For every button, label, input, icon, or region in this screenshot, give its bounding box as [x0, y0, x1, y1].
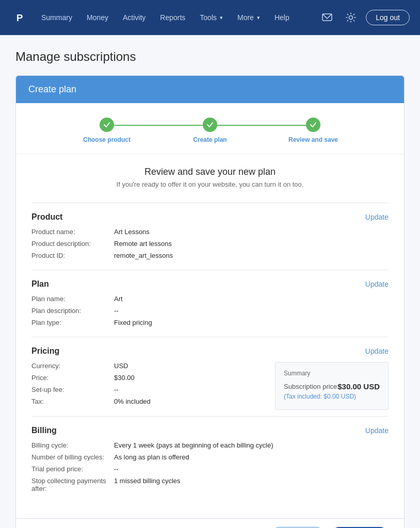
- stop-collecting-value: 1 missed billing cycles: [114, 477, 181, 492]
- page-wrapper: Manage subscriptions Create plan Choose …: [0, 35, 420, 528]
- nav-activity[interactable]: Activity: [117, 9, 152, 26]
- nav-tools[interactable]: Tools ▾: [193, 9, 229, 26]
- plan-name-row: Plan name: Art: [31, 295, 389, 303]
- step-review-save: Review and save: [262, 118, 365, 143]
- nav-help[interactable]: Help: [268, 9, 296, 26]
- pricing-fields: Currency: USD Price: $30.00 Set-up fee: …: [31, 362, 254, 410]
- checkmark-icon: [310, 121, 317, 128]
- pricing-section-header: Pricing Update: [31, 346, 389, 356]
- product-id-value: remote_art_lessons: [114, 252, 173, 259]
- stop-collecting-label: Stop collecting payments after:: [31, 477, 114, 492]
- logout-button[interactable]: Log out: [366, 10, 410, 25]
- tax-value: 0% included: [114, 398, 151, 405]
- stepper: Choose product Create plan: [16, 103, 404, 154]
- card-header: Create plan: [16, 76, 404, 103]
- product-desc-label: Product description:: [31, 240, 114, 248]
- plan-update-link[interactable]: Update: [365, 280, 389, 288]
- summary-tax-value: (Tax included: $0.00 USD): [284, 393, 356, 400]
- nav-summary[interactable]: Summary: [35, 9, 78, 26]
- tax-label: Tax:: [31, 398, 114, 405]
- num-billing-cycles-label: Number of billing cycles:: [31, 453, 114, 461]
- step-3-label: Review and save: [288, 136, 338, 143]
- settings-icon-button[interactable]: [342, 9, 360, 26]
- product-name-label: Product name:: [31, 228, 114, 236]
- footer-bar: Cancel Previous Save Plan: [16, 518, 404, 528]
- currency-value: USD: [114, 362, 128, 370]
- step-create-plan: Create plan: [158, 118, 262, 143]
- more-chevron-icon: ▾: [257, 14, 260, 21]
- price-label: Price:: [31, 374, 114, 382]
- svg-point-3: [349, 16, 353, 20]
- setup-fee-value: --: [114, 386, 119, 393]
- step-choose-product: Choose product: [55, 118, 158, 143]
- pricing-section-title: Pricing: [31, 346, 59, 356]
- subscription-price-value: $30.00 USD: [337, 382, 380, 391]
- plan-name-value: Art: [114, 295, 123, 303]
- product-id-label: Product ID:: [31, 252, 114, 259]
- checkmark-icon: [103, 121, 110, 128]
- pricing-summary: Summary Subscription price $30.00 USD (T…: [275, 362, 389, 410]
- price-value: $30.00: [114, 374, 135, 382]
- step-3-circle: [306, 118, 320, 132]
- plan-desc-value: --: [114, 307, 119, 315]
- pricing-update-link[interactable]: Update: [365, 347, 389, 355]
- stop-collecting-row: Stop collecting payments after: 1 missed…: [31, 477, 389, 492]
- billing-section: Billing Update Billing cycle: Every 1 we…: [31, 416, 389, 503]
- billing-cycle-row: Billing cycle: Every 1 week (pays at beg…: [31, 441, 389, 449]
- checkmark-icon: [206, 121, 214, 128]
- plan-section-header: Plan Update: [31, 279, 389, 289]
- billing-cycle-label: Billing cycle:: [31, 441, 114, 449]
- review-title: Review and save your new plan: [31, 154, 389, 180]
- nav-more[interactable]: More ▾: [231, 9, 266, 26]
- billing-section-title: Billing: [31, 426, 57, 435]
- paypal-logo: P: [10, 8, 29, 27]
- product-section-header: Product Update: [31, 212, 389, 222]
- step-1-circle: [100, 118, 114, 132]
- product-name-row: Product name: Art Lessons: [31, 228, 389, 236]
- billing-section-header: Billing Update: [31, 426, 389, 435]
- billing-cycle-value: Every 1 week (pays at beginning of each …: [114, 441, 273, 449]
- settings-icon: [345, 12, 357, 23]
- product-section-title: Product: [31, 212, 62, 222]
- message-icon-button[interactable]: [318, 9, 336, 26]
- plan-type-value: Fixed pricing: [114, 319, 152, 326]
- tools-chevron-icon: ▾: [220, 14, 223, 21]
- plan-desc-label: Plan description:: [31, 307, 114, 315]
- plan-desc-row: Plan description: --: [31, 307, 389, 315]
- pricing-grid: Currency: USD Price: $30.00 Set-up fee: …: [31, 362, 389, 410]
- product-desc-row: Product description: Remote art lessons: [31, 240, 389, 248]
- plan-type-label: Plan type:: [31, 319, 114, 326]
- nav-reports[interactable]: Reports: [154, 9, 191, 26]
- currency-row: Currency: USD: [31, 362, 254, 370]
- plan-section: Plan Update Plan name: Art Plan descript…: [31, 270, 389, 337]
- trial-period-row: Trial period price: --: [31, 465, 389, 473]
- plan-name-label: Plan name:: [31, 295, 114, 303]
- nav-actions: Log out: [318, 9, 410, 26]
- trial-period-label: Trial period price:: [31, 465, 114, 473]
- step-2-circle: [203, 118, 217, 132]
- pricing-section: Pricing Update Currency: USD Price: $30.…: [31, 337, 389, 416]
- setup-fee-label: Set-up fee:: [31, 386, 114, 393]
- tax-row: Tax: 0% included: [31, 398, 254, 405]
- billing-update-link[interactable]: Update: [365, 426, 389, 435]
- product-name-value: Art Lessons: [114, 228, 150, 236]
- num-billing-cycles-row: Number of billing cycles: As long as pla…: [31, 453, 389, 461]
- product-update-link[interactable]: Update: [365, 213, 389, 221]
- card-header-title: Create plan: [28, 84, 76, 94]
- step-1-label: Choose product: [83, 136, 131, 143]
- summary-label: Summary: [284, 370, 380, 377]
- message-icon: [321, 12, 333, 23]
- nav-money[interactable]: Money: [80, 9, 115, 26]
- price-row: Price: $30.00: [31, 374, 254, 382]
- main-card: Create plan Choose product: [15, 75, 405, 528]
- review-subtitle: If you're ready to offer it on your webs…: [31, 180, 389, 188]
- plan-type-row: Plan type: Fixed pricing: [31, 319, 389, 326]
- summary-tax-row: (Tax included: $0.00 USD): [284, 393, 380, 400]
- plan-section-title: Plan: [31, 279, 49, 289]
- currency-label: Currency:: [31, 362, 114, 370]
- product-id-row: Product ID: remote_art_lessons: [31, 252, 389, 259]
- step-2-label: Create plan: [193, 136, 227, 143]
- svg-text:P: P: [17, 12, 23, 23]
- page-title: Manage subscriptions: [15, 50, 405, 64]
- num-billing-cycles-value: As long as plan is offered: [114, 453, 189, 461]
